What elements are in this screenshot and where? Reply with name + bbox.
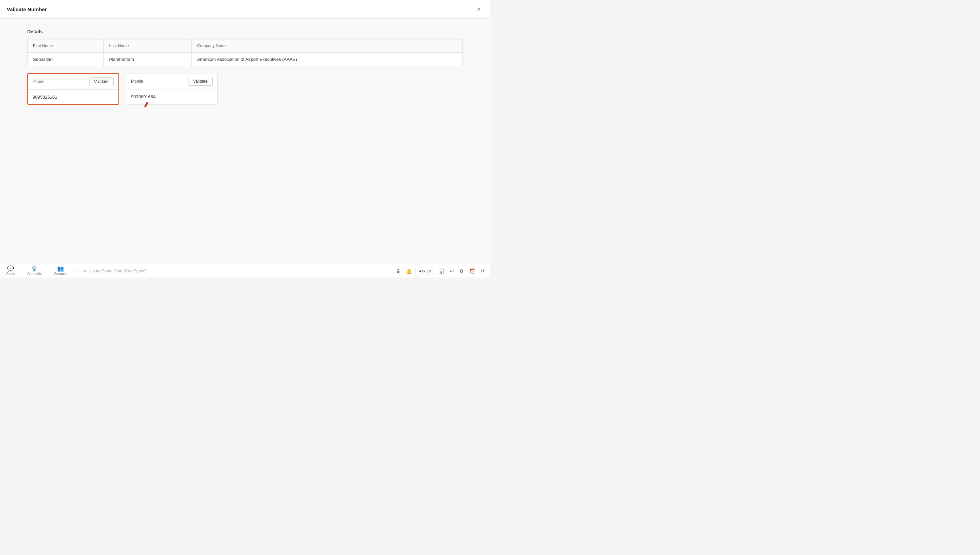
mobile-number: 9833891664 (131, 94, 156, 99)
refresh-button[interactable]: ↺ (479, 267, 487, 275)
nav-item-chats[interactable]: 💬 Chats (0, 265, 21, 276)
undo-button[interactable]: ↩ (448, 267, 456, 275)
details-section-title: Details (27, 29, 463, 34)
nav-item-channels[interactable]: 📡 Channels (21, 265, 48, 276)
first-name-cell: Sebastian (27, 53, 104, 66)
mobile-validate-button[interactable]: Validate (188, 77, 213, 86)
channels-icon: 📡 (31, 266, 38, 271)
chats-icon: 💬 (7, 266, 14, 271)
timer-button[interactable]: ⏰ (467, 267, 477, 275)
mobile-card-header: Mobile Validate (126, 74, 217, 90)
smart-chat-bar[interactable]: Here is your Smart Chat (Ctrl+Space) (74, 269, 390, 273)
phone-card: Phone Validate 9095826161 (27, 73, 119, 105)
screen-share-button[interactable]: 🖥 (394, 267, 403, 275)
phone-card-header: Phone Validate (28, 74, 119, 90)
details-table: First Name Last Name Company Name Sebast… (27, 39, 463, 66)
col-header-last-name: Last Name (103, 39, 191, 53)
phone-label: Phone (33, 79, 45, 84)
contacts-label: Contacts (54, 272, 67, 276)
col-header-first-name: First Name (27, 39, 104, 53)
phone-cards-row: Phone Validate 9095826161 Mobile Validat… (27, 73, 463, 105)
table-row: Sebastian Plamthottam American Associati… (27, 53, 463, 66)
analytics-button[interactable]: 📊 (437, 267, 447, 275)
company-name-cell: American Association of Airport Executiv… (191, 53, 463, 66)
nav-item-contacts[interactable]: 👥 Contacts (48, 265, 73, 276)
mobile-card-body: 9833891664 (126, 90, 217, 104)
bottom-actions: 🖥 🔔 Ask Zia 📊 ↩ ⚙ ⏰ ↺ (390, 267, 490, 275)
modal-close-button[interactable]: × (474, 5, 483, 14)
bottom-bar: 💬 Chats 📡 Channels 👥 Contacts Here is yo… (0, 264, 490, 278)
notifications-button[interactable]: 🔔 (404, 267, 414, 275)
ask-zia-button[interactable]: Ask Zia (415, 268, 435, 274)
modal-header: Validate Number × (0, 0, 490, 19)
settings-button[interactable]: ⚙ (457, 267, 466, 275)
chats-label: Chats (6, 272, 15, 276)
phone-number: 9095826161 (33, 95, 57, 99)
phone-card-body: 9095826161 (28, 90, 119, 104)
col-header-company-name: Company Name (191, 39, 463, 53)
smart-chat-placeholder: Here is your Smart Chat (Ctrl+Space) (79, 269, 147, 273)
validate-number-modal: Validate Number × Details First Name Las… (0, 0, 490, 264)
last-name-cell: Plamthottam (103, 53, 191, 66)
channels-label: Channels (27, 272, 42, 276)
contacts-icon: 👥 (57, 266, 64, 271)
mobile-card: Mobile Validate 9833891664 (126, 73, 218, 105)
modal-body: Details First Name Last Name Company Nam… (0, 19, 490, 264)
phone-validate-button[interactable]: Validate (89, 77, 114, 86)
mobile-label: Mobile (131, 79, 143, 83)
modal-title: Validate Number (7, 6, 47, 12)
nav-items: 💬 Chats 📡 Channels 👥 Contacts (0, 265, 74, 276)
